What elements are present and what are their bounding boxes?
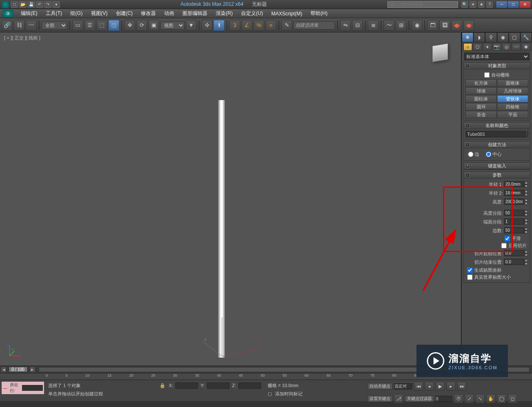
sub-spacewarps[interactable]: 〰 — [512, 43, 520, 51]
goto-start-icon[interactable]: ⏮ — [414, 382, 423, 391]
timeline-next-icon[interactable]: ▸ — [30, 367, 35, 373]
menu-customize[interactable]: 自定义(U) — [238, 9, 266, 18]
next-frame-icon[interactable]: ▸ — [446, 382, 456, 391]
key-filters-button[interactable]: 关键点过滤器 — [405, 395, 434, 402]
obj-type-cone[interactable]: 圆锥体 — [497, 79, 528, 87]
render-setup-icon[interactable]: 🗔 — [427, 20, 438, 31]
sub-lights[interactable]: ✦ — [483, 43, 492, 51]
menu-tools[interactable]: 工具(T) — [42, 9, 65, 18]
rollout-header-keyboard-entry[interactable]: +键盘输入 — [464, 163, 530, 169]
angle-snap-icon[interactable]: ∠ — [241, 20, 252, 31]
viewcube[interactable] — [428, 41, 453, 66]
obj-type-sphere[interactable]: 球体 — [466, 87, 497, 95]
tab-motion[interactable]: ◉ — [497, 32, 509, 42]
scale-icon[interactable]: ▣ — [148, 20, 159, 31]
align-icon[interactable]: ⊟ — [352, 20, 363, 31]
link-icon[interactable]: 🔗 — [2, 20, 12, 31]
select-region-icon[interactable]: ⬚ — [96, 20, 107, 31]
redo-icon[interactable]: ↷ — [44, 1, 52, 8]
zoom-all-icon[interactable]: ⤡ — [475, 394, 485, 403]
menu-create[interactable]: 创建(C) — [113, 9, 136, 18]
selection-filter-dropdown[interactable]: 全部 — [42, 21, 67, 29]
obj-type-box[interactable]: 长方体 — [466, 79, 497, 87]
favorites-icon[interactable]: ★ — [478, 1, 485, 8]
help-icon[interactable]: ? — [486, 1, 493, 8]
close-button[interactable]: ✕ — [520, 1, 530, 8]
curve-editor-icon[interactable]: 〜 — [384, 20, 394, 31]
save-icon[interactable]: 💾 — [27, 1, 35, 8]
menu-animation[interactable]: 动画 — [161, 9, 177, 18]
obj-type-teapot[interactable]: 茶壶 — [466, 111, 497, 118]
menu-graph-editors[interactable]: 图形编辑器 — [179, 9, 211, 18]
minimize-button[interactable]: ─ — [496, 1, 507, 8]
selection-set-input[interactable] — [293, 21, 335, 29]
sub-systems[interactable]: ✱ — [522, 43, 530, 51]
obj-type-tube[interactable]: 管状体 — [497, 95, 528, 103]
autogrid-checkbox[interactable] — [484, 72, 490, 78]
unlink-icon[interactable]: ⛓ — [14, 20, 25, 31]
help-search-input[interactable] — [387, 1, 458, 8]
schematic-view-icon[interactable]: ⊞ — [396, 20, 406, 31]
gen-uv-checkbox[interactable] — [467, 267, 473, 273]
rollout-header-creation-method[interactable]: -创建方法 — [464, 142, 530, 148]
coord-y-input[interactable] — [207, 382, 229, 389]
rollout-header-object-type[interactable]: -对象类型 — [464, 63, 530, 69]
tab-hierarchy[interactable]: ⚲ — [485, 32, 497, 42]
slice-to-spinner[interactable] — [504, 259, 524, 265]
communication-icon[interactable]: ✦ — [470, 1, 476, 8]
menu-modifiers[interactable]: 修改器 — [138, 9, 159, 18]
sub-cameras[interactable]: 📷 — [493, 43, 501, 51]
max-viewport-icon[interactable]: ◻ — [508, 394, 517, 403]
tab-display[interactable]: ▢ — [509, 32, 520, 42]
menu-help[interactable]: 帮助(H) — [307, 9, 331, 18]
viewport-label[interactable]: [ + ][ 正交 ][ 线框 ] — [4, 35, 40, 41]
maxscript-row-input[interactable] — [22, 385, 43, 391]
key-mode-icon[interactable]: ⎇ — [394, 394, 403, 403]
pivot-center-icon[interactable]: ▼ — [186, 20, 197, 31]
real-world-checkbox[interactable] — [467, 275, 473, 280]
pan-icon[interactable]: ✋ — [486, 394, 495, 403]
color-swatch[interactable] — [527, 131, 528, 137]
tab-utilities[interactable]: 🔧 — [520, 32, 532, 42]
coord-x-input[interactable] — [175, 382, 198, 389]
qat-dropdown-icon[interactable]: ▾ — [52, 1, 60, 8]
obj-type-torus[interactable]: 圆环 — [466, 103, 497, 110]
spinner-down-icon[interactable]: ▼ — [524, 184, 528, 188]
select-by-name-icon[interactable]: ☰ — [84, 20, 95, 31]
time-config-icon[interactable]: ⏱ — [454, 394, 463, 403]
add-time-tag[interactable]: 添加时间标记 — [275, 391, 303, 397]
play-icon[interactable]: ▶ — [436, 382, 445, 391]
new-icon[interactable]: □ — [11, 1, 18, 8]
frame-indicator[interactable]: 0 / 100 — [9, 367, 27, 372]
render-production-icon[interactable]: 🫖 — [463, 20, 474, 31]
goto-end-icon[interactable]: ⏭ — [457, 382, 466, 391]
move-icon[interactable]: ✥ — [124, 20, 135, 31]
coord-z-input[interactable] — [239, 382, 261, 389]
bind-spacewarp-icon[interactable]: 〰 — [26, 20, 37, 31]
maximize-button[interactable]: □ — [508, 1, 519, 8]
setkey-button[interactable]: 设置关键点 — [367, 395, 392, 402]
open-icon[interactable]: 📂 — [19, 1, 27, 8]
render-icon[interactable]: 🫖 — [451, 20, 462, 31]
undo-icon[interactable]: ↶ — [36, 1, 43, 8]
spinner-snap-icon[interactable]: ⌾ — [266, 20, 276, 31]
layer-manager-icon[interactable]: ≣ — [368, 20, 379, 31]
object-name-input[interactable] — [466, 131, 526, 137]
snap-toggle-icon[interactable]: 3 — [229, 20, 240, 31]
keyboard-shortcut-icon[interactable]: ⬆ — [214, 20, 224, 31]
tab-create[interactable]: ✺ — [462, 32, 473, 42]
sub-geometry[interactable]: ○ — [463, 43, 472, 51]
menu-edit[interactable]: 编辑(E) — [17, 9, 41, 18]
orbit-icon[interactable]: ◯ — [497, 394, 506, 403]
select-object-icon[interactable]: ▭ — [72, 20, 83, 31]
autokey-button[interactable]: 自动关键点 — [367, 383, 392, 390]
obj-type-pyramid[interactable]: 四棱锥 — [497, 103, 528, 110]
menu-rendering[interactable]: 渲染(R) — [212, 9, 236, 18]
sub-shapes[interactable]: ⬡ — [473, 43, 482, 51]
selection-lock-input[interactable] — [394, 383, 412, 390]
current-frame-input[interactable] — [436, 396, 452, 402]
isolate-icon[interactable]: ▢ — [268, 391, 272, 397]
spinner-up-icon[interactable]: ▲ — [524, 181, 528, 184]
menu-group[interactable]: 组(G) — [67, 9, 86, 18]
render-frame-icon[interactable]: 🖼 — [439, 20, 450, 31]
